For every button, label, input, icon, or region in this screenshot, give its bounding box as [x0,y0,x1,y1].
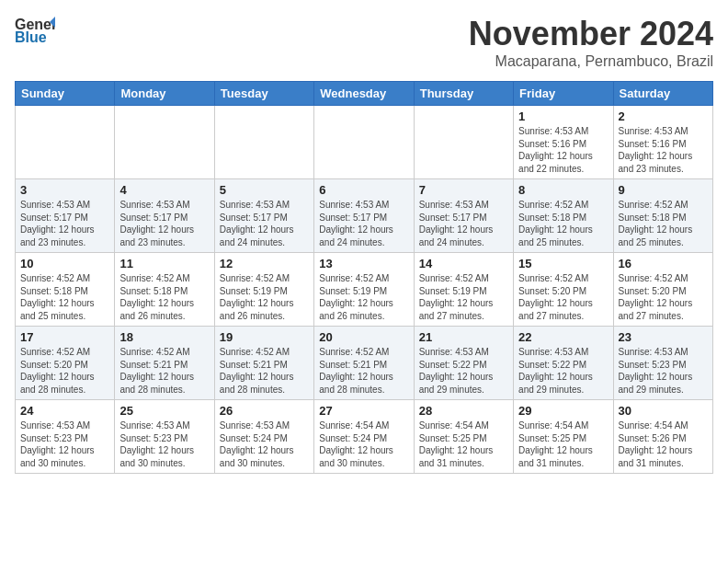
day-info: Sunrise: 4:53 AM Sunset: 5:16 PM Dayligh… [518,125,608,175]
title-block: November 2024 Macaparana, Pernambuco, Br… [469,15,713,70]
empty-cell [314,106,414,179]
day-cell-18: 18Sunrise: 4:52 AM Sunset: 5:21 PM Dayli… [115,327,214,400]
day-number: 2 [619,109,708,123]
day-cell-30: 30Sunrise: 4:54 AM Sunset: 5:26 PM Dayli… [613,400,712,474]
svg-text:Blue: Blue [15,29,47,45]
day-number: 13 [319,257,408,270]
day-info: Sunrise: 4:53 AM Sunset: 5:22 PM Dayligh… [518,346,608,396]
day-info: Sunrise: 4:52 AM Sunset: 5:18 PM Dayligh… [619,199,708,248]
day-info: Sunrise: 4:53 AM Sunset: 5:23 PM Dayligh… [119,419,209,469]
day-info: Sunrise: 4:52 AM Sunset: 5:18 PM Dayligh… [20,272,109,322]
day-info: Sunrise: 4:53 AM Sunset: 5:17 PM Dayligh… [220,199,309,248]
day-number: 12 [220,257,309,270]
logo-icon: General Blue [15,15,55,48]
weekday-header-monday: Monday [115,82,214,106]
empty-cell [16,106,115,179]
day-info: Sunrise: 4:52 AM Sunset: 5:19 PM Dayligh… [220,272,309,322]
day-cell-8: 8Sunrise: 4:52 AM Sunset: 5:18 PM Daylig… [514,179,613,253]
day-number: 28 [419,404,508,418]
day-info: Sunrise: 4:52 AM Sunset: 5:21 PM Dayligh… [119,346,209,396]
day-cell-23: 23Sunrise: 4:53 AM Sunset: 5:23 PM Dayli… [613,327,712,400]
weekday-header-friday: Friday [514,82,613,106]
day-cell-1: 1Sunrise: 4:53 AM Sunset: 5:16 PM Daylig… [514,106,613,179]
day-info: Sunrise: 4:52 AM Sunset: 5:21 PM Dayligh… [319,346,408,396]
day-cell-7: 7Sunrise: 4:53 AM Sunset: 5:17 PM Daylig… [414,179,513,253]
day-cell-3: 3Sunrise: 4:53 AM Sunset: 5:17 PM Daylig… [16,179,115,253]
week-row-5: 24Sunrise: 4:53 AM Sunset: 5:23 PM Dayli… [16,400,713,474]
day-cell-26: 26Sunrise: 4:53 AM Sunset: 5:24 PM Dayli… [214,400,313,474]
day-info: Sunrise: 4:53 AM Sunset: 5:16 PM Dayligh… [619,125,708,175]
day-info: Sunrise: 4:52 AM Sunset: 5:19 PM Dayligh… [419,272,508,322]
day-cell-4: 4Sunrise: 4:53 AM Sunset: 5:17 PM Daylig… [115,179,214,253]
empty-cell [115,106,214,179]
day-cell-24: 24Sunrise: 4:53 AM Sunset: 5:23 PM Dayli… [16,400,115,474]
day-cell-28: 28Sunrise: 4:54 AM Sunset: 5:25 PM Dayli… [414,400,513,474]
week-row-1: 1Sunrise: 4:53 AM Sunset: 5:16 PM Daylig… [16,106,713,179]
day-cell-25: 25Sunrise: 4:53 AM Sunset: 5:23 PM Dayli… [115,400,214,474]
day-number: 22 [518,330,608,344]
day-info: Sunrise: 4:53 AM Sunset: 5:17 PM Dayligh… [319,199,408,248]
day-cell-2: 2Sunrise: 4:53 AM Sunset: 5:16 PM Daylig… [613,106,712,179]
day-number: 30 [619,404,708,418]
day-number: 14 [419,257,508,270]
day-number: 18 [119,330,209,344]
day-cell-13: 13Sunrise: 4:52 AM Sunset: 5:19 PM Dayli… [314,253,414,327]
day-number: 3 [20,183,109,197]
day-info: Sunrise: 4:52 AM Sunset: 5:20 PM Dayligh… [619,272,708,322]
day-cell-11: 11Sunrise: 4:52 AM Sunset: 5:18 PM Dayli… [115,253,214,327]
day-info: Sunrise: 4:52 AM Sunset: 5:21 PM Dayligh… [220,346,309,396]
day-info: Sunrise: 4:52 AM Sunset: 5:19 PM Dayligh… [319,272,408,322]
day-cell-9: 9Sunrise: 4:52 AM Sunset: 5:18 PM Daylig… [613,179,712,253]
day-info: Sunrise: 4:54 AM Sunset: 5:24 PM Dayligh… [319,419,408,469]
day-number: 29 [518,404,608,418]
day-info: Sunrise: 4:53 AM Sunset: 5:17 PM Dayligh… [20,199,109,248]
day-number: 21 [419,330,508,344]
day-number: 16 [619,257,708,270]
day-cell-21: 21Sunrise: 4:53 AM Sunset: 5:22 PM Dayli… [414,327,513,400]
week-row-3: 10Sunrise: 4:52 AM Sunset: 5:18 PM Dayli… [16,253,713,327]
day-number: 9 [619,183,708,197]
day-cell-10: 10Sunrise: 4:52 AM Sunset: 5:18 PM Dayli… [16,253,115,327]
day-number: 20 [319,330,408,344]
week-row-4: 17Sunrise: 4:52 AM Sunset: 5:20 PM Dayli… [16,327,713,400]
day-info: Sunrise: 4:53 AM Sunset: 5:24 PM Dayligh… [220,419,309,469]
weekday-header-wednesday: Wednesday [314,82,414,106]
location-title: Macaparana, Pernambuco, Brazil [469,53,713,70]
empty-cell [414,106,513,179]
day-info: Sunrise: 4:54 AM Sunset: 5:26 PM Dayligh… [619,419,708,469]
day-info: Sunrise: 4:53 AM Sunset: 5:17 PM Dayligh… [419,199,508,248]
day-info: Sunrise: 4:52 AM Sunset: 5:20 PM Dayligh… [20,346,109,396]
day-number: 5 [220,183,309,197]
day-number: 11 [119,257,209,270]
day-info: Sunrise: 4:53 AM Sunset: 5:17 PM Dayligh… [119,199,209,248]
weekday-header-sunday: Sunday [16,82,115,106]
weekday-header-tuesday: Tuesday [214,82,313,106]
day-info: Sunrise: 4:52 AM Sunset: 5:18 PM Dayligh… [518,199,608,248]
day-number: 23 [619,330,708,344]
day-cell-19: 19Sunrise: 4:52 AM Sunset: 5:21 PM Dayli… [214,327,313,400]
day-info: Sunrise: 4:52 AM Sunset: 5:18 PM Dayligh… [119,272,209,322]
day-cell-6: 6Sunrise: 4:53 AM Sunset: 5:17 PM Daylig… [314,179,414,253]
day-info: Sunrise: 4:53 AM Sunset: 5:23 PM Dayligh… [619,346,708,396]
day-cell-20: 20Sunrise: 4:52 AM Sunset: 5:21 PM Dayli… [314,327,414,400]
month-title: November 2024 [469,15,713,53]
day-cell-5: 5Sunrise: 4:53 AM Sunset: 5:17 PM Daylig… [214,179,313,253]
day-cell-16: 16Sunrise: 4:52 AM Sunset: 5:20 PM Dayli… [613,253,712,327]
page-header: General Blue November 2024 Macaparana, P… [15,15,713,70]
logo: General Blue [15,15,55,48]
weekday-header-saturday: Saturday [613,82,712,106]
day-number: 7 [419,183,508,197]
day-number: 25 [119,404,209,418]
day-number: 1 [518,109,608,123]
day-info: Sunrise: 4:53 AM Sunset: 5:23 PM Dayligh… [20,419,109,469]
day-number: 10 [20,257,109,270]
weekday-header-row: SundayMondayTuesdayWednesdayThursdayFrid… [16,82,713,106]
day-cell-22: 22Sunrise: 4:53 AM Sunset: 5:22 PM Dayli… [514,327,613,400]
day-cell-14: 14Sunrise: 4:52 AM Sunset: 5:19 PM Dayli… [414,253,513,327]
weekday-header-thursday: Thursday [414,82,513,106]
day-cell-17: 17Sunrise: 4:52 AM Sunset: 5:20 PM Dayli… [16,327,115,400]
day-info: Sunrise: 4:52 AM Sunset: 5:20 PM Dayligh… [518,272,608,322]
week-row-2: 3Sunrise: 4:53 AM Sunset: 5:17 PM Daylig… [16,179,713,253]
day-number: 26 [220,404,309,418]
day-cell-12: 12Sunrise: 4:52 AM Sunset: 5:19 PM Dayli… [214,253,313,327]
